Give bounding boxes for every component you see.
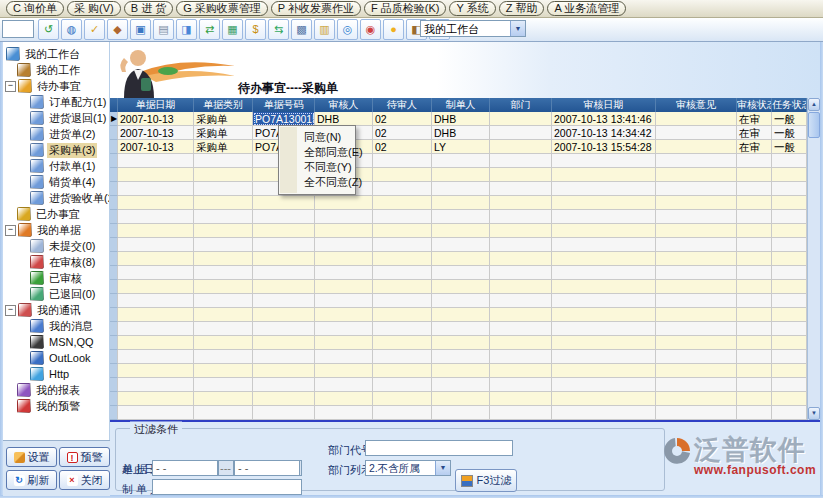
sidebar-item[interactable]: 付款单(1) xyxy=(3,158,109,174)
table-cell[interactable] xyxy=(656,112,737,126)
sidebar-item[interactable]: OutLook xyxy=(3,350,109,366)
table-row[interactable]: 2007-10-13采购单PO7A13001902DHB2007-10-13 1… xyxy=(110,126,820,140)
column-header[interactable]: 单据号码 xyxy=(253,98,315,112)
sidebar-item[interactable]: 采购单(3) xyxy=(3,142,109,158)
table-cell[interactable] xyxy=(490,112,552,126)
row-indicator[interactable] xyxy=(110,126,118,140)
close-button[interactable]: ×关闭 xyxy=(59,470,110,490)
sidebar-item[interactable]: 进货退回(1) xyxy=(3,110,109,126)
exchange-icon[interactable]: ⇄ xyxy=(199,19,220,40)
menu-item-0[interactable]: C 询价单 xyxy=(6,1,64,16)
menu-item-3[interactable]: G 采购收票管理 xyxy=(176,1,268,16)
transfer-icon[interactable]: ⇆ xyxy=(268,19,289,40)
money-icon[interactable]: $ xyxy=(245,19,266,40)
toolbar-input[interactable] xyxy=(2,20,34,38)
sidebar-item[interactable]: −待办事宜 xyxy=(3,78,109,94)
column-header[interactable]: 待审人 xyxy=(373,98,432,112)
table-cell[interactable]: 采购单 xyxy=(194,112,253,126)
window-icon[interactable]: ◨ xyxy=(176,19,197,40)
selected-cell[interactable]: PO7A130015 xyxy=(253,112,315,126)
table-cell[interactable]: 2007-10-13 xyxy=(118,140,194,154)
row-indicator[interactable] xyxy=(110,140,118,154)
table-cell[interactable]: 采购单 xyxy=(194,140,253,154)
table-cell[interactable]: DHB xyxy=(432,112,490,126)
table-cell[interactable]: 02 xyxy=(373,126,432,140)
pinwheel-icon[interactable]: ◉ xyxy=(360,19,381,40)
book-icon[interactable]: ▤ xyxy=(153,19,174,40)
dept-code-field[interactable] xyxy=(365,440,513,456)
context-menu-item-3[interactable]: 全不同意(Z) xyxy=(279,175,355,190)
home-globe-icon[interactable]: ◍ xyxy=(61,19,82,40)
table-cell[interactable]: 在审 xyxy=(737,140,772,154)
vertical-scrollbar[interactable]: ▲ ▼ xyxy=(807,98,820,420)
sidebar-item[interactable]: 未提交(0) xyxy=(3,238,109,254)
menu-item-6[interactable]: Y 系统 xyxy=(449,1,495,16)
sidebar-item[interactable]: 已审核 xyxy=(3,270,109,286)
date-from-field[interactable]: - - xyxy=(152,460,218,476)
sync-icon[interactable]: ↺ xyxy=(38,19,59,40)
alert-button[interactable]: !预警 xyxy=(59,447,110,467)
sidebar-item[interactable]: 已办事宜 xyxy=(3,206,109,222)
table-cell[interactable]: LY xyxy=(432,140,490,154)
table-cell[interactable]: DHB xyxy=(315,112,373,126)
table-cell[interactable] xyxy=(490,126,552,140)
dept-list-dropdown[interactable]: 2.不含所属 ▼ xyxy=(365,460,451,476)
refresh-button[interactable]: ↻刷新 xyxy=(6,470,57,490)
table-cell[interactable] xyxy=(656,140,737,154)
workspace-dropdown[interactable]: 我的工作台 ▼ xyxy=(420,20,526,37)
table-cell[interactable]: 02 xyxy=(373,140,432,154)
palette-icon[interactable]: ◆ xyxy=(107,19,128,40)
bell-icon[interactable]: ● xyxy=(383,19,404,40)
scrollbar-thumb[interactable] xyxy=(808,112,820,138)
globe-icon[interactable]: ◎ xyxy=(337,19,358,40)
sidebar-item[interactable]: MSN,QQ xyxy=(3,334,109,350)
menu-item-2[interactable]: B 进 货 xyxy=(124,1,173,16)
chevron-down-icon[interactable]: ▼ xyxy=(435,461,450,475)
table-cell[interactable]: 2007-10-13 xyxy=(118,112,194,126)
sidebar-item[interactable]: 订单配方(1) xyxy=(3,94,109,110)
context-menu-item-2[interactable]: 不同意(Y) xyxy=(279,160,355,175)
sidebar-item[interactable]: −我的通讯 xyxy=(3,302,109,318)
table-cell[interactable]: 一般 xyxy=(772,126,807,140)
table-cell[interactable]: 2007-10-13 xyxy=(118,126,194,140)
column-header[interactable]: 审核状态 xyxy=(737,98,772,112)
column-header[interactable]: 部门 xyxy=(490,98,552,112)
column-header[interactable]: 制单人 xyxy=(432,98,490,112)
table-cell[interactable] xyxy=(490,140,552,154)
scroll-up-icon[interactable]: ▲ xyxy=(808,98,820,111)
tree-expand-icon[interactable]: − xyxy=(5,81,16,92)
column-header[interactable]: 单据类别 xyxy=(194,98,253,112)
table-cell[interactable] xyxy=(656,126,737,140)
date-to-field[interactable]: - - xyxy=(234,460,300,476)
table-cell[interactable]: 在审 xyxy=(737,126,772,140)
menu-item-5[interactable]: F 品质检验(K) xyxy=(364,1,446,16)
column-header[interactable]: 审核人 xyxy=(315,98,373,112)
f3-filter-button[interactable]: F3过滤 xyxy=(455,469,517,492)
table-row[interactable]: ▶2007-10-13采购单PO7A130015DHB02DHB2007-10-… xyxy=(110,112,820,126)
sidebar-item[interactable]: 销货单(4) xyxy=(3,174,109,190)
menu-item-1[interactable]: 采 购(V) xyxy=(67,1,121,16)
column-header[interactable]: 审核日期 xyxy=(552,98,656,112)
table-cell[interactable]: 在审 xyxy=(737,112,772,126)
sidebar-item[interactable]: 进货验收单(2) xyxy=(3,190,109,206)
table-cell[interactable]: 一般 xyxy=(772,112,807,126)
table-cell[interactable]: 2007-10-13 15:54:28 xyxy=(552,140,656,154)
column-header[interactable]: 任务状态 xyxy=(772,98,807,112)
tree-expand-icon[interactable]: − xyxy=(5,225,16,236)
chevron-down-icon[interactable]: ▼ xyxy=(510,21,525,36)
sidebar-item[interactable]: Http xyxy=(3,366,109,382)
settings-button[interactable]: 设置 xyxy=(6,447,57,467)
sidebar-item[interactable]: 我的预警 xyxy=(3,398,109,414)
sidebar-item[interactable]: 已退回(0) xyxy=(3,286,109,302)
table-cell[interactable]: 一般 xyxy=(772,140,807,154)
scroll-down-icon[interactable]: ▼ xyxy=(808,407,820,420)
sidebar-item[interactable]: 我的消息 xyxy=(3,318,109,334)
menu-item-7[interactable]: Z 帮助 xyxy=(499,1,545,16)
sidebar-item[interactable]: 进货单(2) xyxy=(3,126,109,142)
table-cell[interactable]: 2007-10-13 13:41:46 xyxy=(552,112,656,126)
table-cell[interactable]: 2007-10-13 14:34:42 xyxy=(552,126,656,140)
calculator-icon[interactable]: ▩ xyxy=(291,19,312,40)
inventory-icon[interactable]: ▦ xyxy=(222,19,243,40)
column-header[interactable]: 单据日期 xyxy=(118,98,194,112)
sidebar-item[interactable]: −我的单据 xyxy=(3,222,109,238)
